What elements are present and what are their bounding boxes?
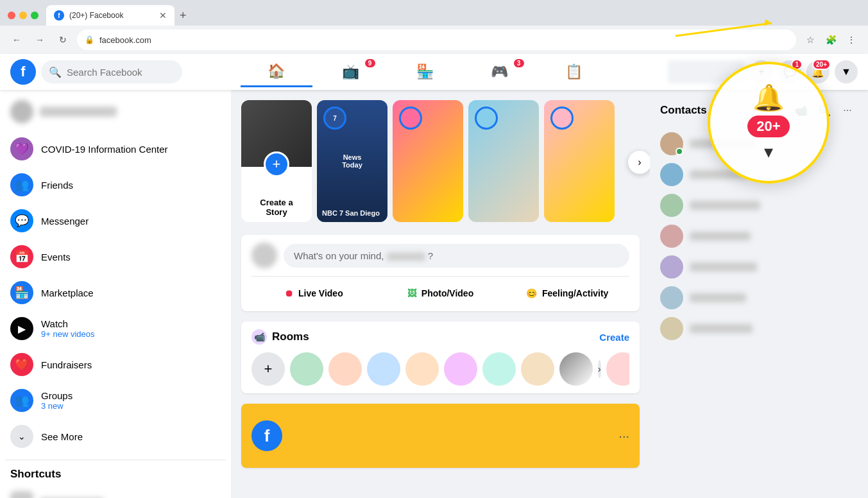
watch-content: Watch 9+ new videos bbox=[41, 318, 94, 339]
lock-icon: 🔒 bbox=[85, 35, 94, 44]
story-3[interactable] bbox=[393, 100, 463, 222]
active-tab[interactable]: f (20+) Facebook ✕ bbox=[46, 5, 174, 26]
contact-name-3 bbox=[690, 201, 760, 210]
photo-video-button[interactable]: 🖼 Photo/Video bbox=[379, 283, 503, 304]
watch-badge: 9 bbox=[365, 59, 375, 67]
facebook-header: f 🔍 🏠 📺 9 🏪 🎮 3 📋 bbox=[0, 54, 868, 90]
rooms-header: 📹 Rooms Create bbox=[251, 329, 629, 345]
sidebar-profile-name bbox=[40, 107, 117, 117]
nav-home[interactable]: 🏠 bbox=[241, 56, 312, 87]
rooms-add-button[interactable]: + bbox=[251, 352, 285, 386]
address-bar[interactable]: 🔒 facebook.com bbox=[77, 30, 796, 50]
notifications-button[interactable]: 🔔 20+ bbox=[806, 60, 830, 83]
nav-marketplace[interactable]: 🏪 bbox=[389, 56, 461, 87]
main-layout: 💜 COVID-19 Information Center 👥 Friends … bbox=[0, 90, 868, 498]
messenger-sidebar-icon: 💬 bbox=[10, 209, 33, 232]
back-button[interactable]: ← bbox=[8, 31, 26, 49]
room-avatar-8[interactable] bbox=[559, 352, 593, 386]
groups-badge: 3 bbox=[514, 59, 524, 67]
bookmark-button[interactable]: ☆ bbox=[801, 31, 819, 49]
search-bar[interactable]: 🔍 bbox=[41, 60, 182, 83]
sidebar-item-friends[interactable]: 👥 Friends bbox=[5, 167, 226, 203]
contact-avatar-5 bbox=[660, 255, 683, 279]
story-nbc[interactable]: 7 News Today NBC 7 San Diego bbox=[317, 100, 387, 222]
chevron-down-icon: ▼ bbox=[841, 66, 851, 78]
sidebar-item-events[interactable]: 📅 Events bbox=[5, 239, 226, 275]
fundraisers-label: Fundraisers bbox=[41, 359, 92, 370]
profile-search[interactable] bbox=[668, 60, 745, 83]
post-avatar bbox=[251, 243, 277, 268]
contact-name-6 bbox=[690, 293, 746, 302]
contact-6[interactable] bbox=[655, 282, 863, 313]
maximize-traffic-light[interactable] bbox=[31, 12, 38, 19]
post-input[interactable]: What's on your mind, ? bbox=[284, 244, 629, 268]
contact-3[interactable] bbox=[655, 190, 863, 221]
story-5[interactable] bbox=[544, 100, 615, 222]
room-avatar-4[interactable] bbox=[405, 352, 439, 386]
nav-pages[interactable]: 📋 bbox=[538, 56, 610, 87]
rooms-box: 📹 Rooms Create + › bbox=[241, 322, 640, 393]
contact-avatar-1 bbox=[660, 132, 683, 155]
minimize-traffic-light[interactable] bbox=[19, 12, 27, 19]
sidebar-profile[interactable] bbox=[5, 95, 226, 128]
forward-button[interactable]: → bbox=[31, 31, 49, 49]
sidebar-item-marketplace[interactable]: 🏪 Marketplace bbox=[5, 275, 226, 311]
rooms-next-button[interactable]: › bbox=[598, 360, 601, 378]
live-video-button[interactable]: ⏺ Live Video bbox=[251, 283, 376, 304]
search-icon: 🔍 bbox=[49, 66, 62, 78]
extensions-button[interactable]: 🧩 bbox=[822, 31, 840, 49]
tab-close-button[interactable]: ✕ bbox=[159, 10, 167, 21]
close-traffic-light[interactable] bbox=[8, 12, 15, 19]
nav-watch[interactable]: 📺 9 bbox=[315, 56, 387, 87]
create-story-plus-button[interactable]: + bbox=[264, 151, 289, 177]
sidebar-item-covid[interactable]: 💜 COVID-19 Information Center bbox=[5, 131, 226, 167]
room-avatar-5[interactable] bbox=[444, 352, 477, 386]
fb-post-more-button[interactable]: ··· bbox=[618, 429, 629, 443]
contact-1[interactable] bbox=[655, 128, 863, 159]
sidebar-item-messenger[interactable]: 💬 Messenger bbox=[5, 203, 226, 239]
sidebar-item-watch[interactable]: ▶ Watch 9+ new videos bbox=[5, 311, 226, 347]
room-avatar-3[interactable] bbox=[367, 352, 400, 386]
room-avatar-6[interactable] bbox=[482, 352, 516, 386]
home-icon: 🏠 bbox=[268, 63, 285, 80]
contact-2[interactable] bbox=[655, 159, 863, 190]
room-avatar-2[interactable] bbox=[328, 352, 362, 386]
contacts-more-button[interactable]: ··· bbox=[837, 100, 858, 121]
room-avatar-9[interactable] bbox=[606, 352, 629, 386]
events-icon: 📅 bbox=[10, 245, 33, 268]
friends-icon: 👥 bbox=[10, 173, 33, 196]
contacts-search-button[interactable]: 🔍 bbox=[814, 100, 835, 121]
search-input[interactable] bbox=[67, 67, 169, 78]
sidebar-item-see-more[interactable]: ⌄ See More bbox=[5, 418, 226, 454]
shortcuts-title: Shortcuts bbox=[5, 465, 226, 483]
menu-button[interactable]: ⋮ bbox=[842, 31, 860, 49]
contact-4[interactable] bbox=[655, 221, 863, 252]
sidebar-item-fundraisers[interactable]: ❤️ Fundraisers bbox=[5, 347, 226, 382]
add-button[interactable]: + bbox=[750, 60, 773, 83]
contact-avatar-7 bbox=[660, 317, 683, 340]
room-avatar-7[interactable] bbox=[521, 352, 554, 386]
contacts-video-button[interactable]: 📹 bbox=[791, 100, 812, 121]
create-story-label: Create a Story bbox=[246, 198, 307, 217]
contact-5[interactable] bbox=[655, 252, 863, 282]
story-4[interactable] bbox=[468, 100, 539, 222]
contacts-title: Contacts bbox=[660, 104, 707, 117]
account-dropdown-button[interactable]: ▼ bbox=[835, 60, 858, 83]
stories-next-button[interactable]: › bbox=[628, 151, 650, 174]
contact-7[interactable] bbox=[655, 313, 863, 344]
facebook-logo[interactable]: f bbox=[10, 59, 36, 85]
nav-groups[interactable]: 🎮 3 bbox=[464, 56, 536, 87]
tab-title: (20+) Facebook bbox=[69, 11, 154, 20]
rooms-create-button[interactable]: Create bbox=[599, 332, 629, 343]
post-placeholder: What's on your mind, ? bbox=[294, 250, 433, 261]
messenger-button[interactable]: 💬 1 bbox=[778, 60, 801, 83]
create-story-card[interactable]: + Create a Story bbox=[241, 100, 312, 222]
room-avatar-1[interactable] bbox=[290, 352, 323, 386]
new-tab-button[interactable]: + bbox=[180, 9, 187, 22]
sidebar-item-groups[interactable]: 👥 Groups 3 new bbox=[5, 382, 226, 418]
fb-post-logo: f bbox=[251, 420, 282, 451]
reload-button[interactable]: ↻ bbox=[54, 31, 72, 49]
fb-post-card: f ··· bbox=[241, 404, 640, 468]
feeling-button[interactable]: 😊 Feeling/Activity bbox=[505, 283, 629, 304]
marketplace-sidebar-icon: 🏪 bbox=[10, 281, 33, 304]
